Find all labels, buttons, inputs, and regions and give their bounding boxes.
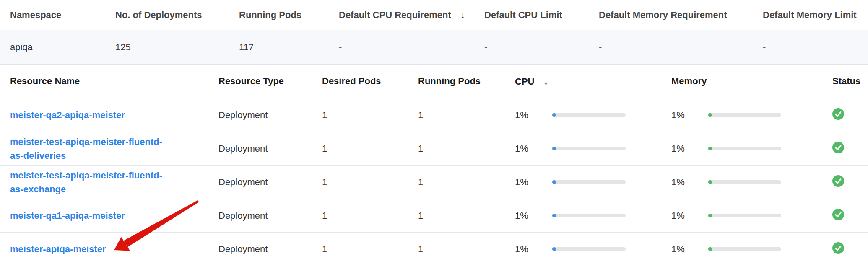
- cpu-usage-bar: [552, 180, 626, 184]
- status-healthy-icon: [832, 242, 844, 254]
- resource-table: Resource Name Resource Type Desired Pods…: [0, 65, 868, 266]
- desired-pods-cell: 1: [312, 132, 408, 166]
- memory-usage-bar: [708, 147, 781, 150]
- memory-usage-bar-fill: [708, 214, 712, 217]
- col-header-default-cpu-requirement[interactable]: Default CPU Requirement↓: [329, 0, 474, 30]
- cpu-percent-cell: 1%: [505, 98, 542, 132]
- memory-usage-bar-fill: [708, 247, 712, 251]
- running-pods-cell: 1: [408, 199, 505, 233]
- running-pods-cell: 1: [408, 132, 505, 166]
- memory-percent-cell: 1%: [661, 166, 698, 199]
- resource-name-link[interactable]: meister-qa1-apiqa-meister: [10, 209, 125, 222]
- status-cell: [822, 98, 868, 132]
- running-pods-cell: 1: [408, 166, 505, 199]
- running-pods-cell: 1: [408, 98, 505, 132]
- status-cell: [822, 166, 868, 199]
- cpu-percent-cell: 1%: [505, 233, 542, 266]
- default-cpu-limit-cell: -: [474, 30, 589, 65]
- memory-bar-cell: [698, 199, 822, 233]
- memory-percent-cell: 1%: [661, 199, 698, 233]
- cpu-bar-cell: [542, 98, 661, 132]
- cpu-usage-bar: [552, 214, 626, 217]
- cpu-bar-cell: [542, 132, 661, 166]
- namespace-header-row: Namespace No. of Deployments Running Pod…: [0, 0, 868, 30]
- deployments-count-cell: 125: [105, 30, 229, 65]
- col-header-label: Default CPU Requirement: [339, 10, 451, 20]
- memory-usage-bar: [708, 180, 781, 184]
- resource-name-link[interactable]: meister-test-apiqa-meister-fluentd- as-e…: [10, 168, 162, 196]
- desired-pods-cell: 1: [312, 98, 408, 132]
- resource-name-link[interactable]: meister-qa2-apiqa-meister: [10, 108, 125, 122]
- memory-bar-cell: [698, 132, 822, 166]
- default-memory-limit-cell: -: [753, 30, 868, 65]
- cpu-bar-cell: [542, 166, 661, 199]
- resource-row: meister-test-apiqa-meister-fluentd- as-e…: [0, 166, 868, 199]
- status-healthy-icon: [832, 175, 844, 187]
- desired-pods-cell: 1: [312, 233, 408, 266]
- col-header-default-cpu-limit[interactable]: Default CPU Limit: [474, 0, 589, 30]
- cpu-usage-bar-fill: [552, 113, 556, 117]
- resource-type-cell: Deployment: [208, 233, 312, 266]
- memory-percent-cell: 1%: [661, 233, 698, 266]
- status-healthy-icon: [832, 108, 844, 120]
- status-cell: [822, 233, 868, 266]
- resource-name-cell: meister-test-apiqa-meister-fluentd- as-d…: [0, 132, 208, 166]
- memory-usage-bar: [708, 113, 781, 117]
- col-header-resource-name[interactable]: Resource Name: [0, 65, 208, 98]
- status-cell: [822, 199, 868, 233]
- memory-percent-cell: 1%: [661, 98, 698, 132]
- resource-type-cell: Deployment: [208, 166, 312, 199]
- col-header-cpu[interactable]: CPU↓: [505, 65, 661, 98]
- memory-percent-cell: 1%: [661, 132, 698, 166]
- memory-usage-bar: [708, 247, 781, 251]
- resource-row: meister-qa2-apiqa-meister Deployment 1 1…: [0, 98, 868, 132]
- memory-bar-cell: [698, 166, 822, 199]
- col-header-running-pods[interactable]: Running Pods: [229, 0, 329, 30]
- resource-type-cell: Deployment: [208, 132, 312, 166]
- cpu-usage-bar-fill: [552, 247, 556, 251]
- resource-name-cell: meister-test-apiqa-meister-fluentd- as-e…: [0, 166, 208, 199]
- namespace-name-cell: apiqa: [0, 30, 105, 65]
- default-cpu-requirement-cell: -: [329, 30, 474, 65]
- resource-name-cell: meister-apiqa-meister: [0, 233, 208, 266]
- namespace-table: Namespace No. of Deployments Running Pod…: [0, 0, 868, 65]
- resource-table-body: meister-qa2-apiqa-meister Deployment 1 1…: [0, 98, 868, 266]
- resource-name-link[interactable]: meister-apiqa-meister: [10, 242, 106, 256]
- resource-row: meister-test-apiqa-meister-fluentd- as-d…: [0, 132, 868, 166]
- col-header-memory[interactable]: Memory: [661, 65, 822, 98]
- workloads-dashboard: Namespace No. of Deployments Running Pod…: [0, 0, 868, 269]
- cpu-usage-bar: [552, 147, 626, 150]
- col-header-running-pods[interactable]: Running Pods: [408, 65, 505, 98]
- memory-bar-cell: [698, 233, 822, 266]
- cpu-usage-bar: [552, 113, 626, 117]
- cpu-bar-cell: [542, 233, 661, 266]
- resource-type-cell: Deployment: [208, 199, 312, 233]
- default-memory-requirement-cell: -: [589, 30, 753, 65]
- resource-row: meister-apiqa-meister Deployment 1 1 1% …: [0, 233, 868, 266]
- memory-usage-bar-fill: [708, 113, 712, 117]
- resource-row: meister-qa1-apiqa-meister Deployment 1 1…: [0, 199, 868, 233]
- running-pods-count-cell: 117: [229, 30, 329, 65]
- desired-pods-cell: 1: [312, 166, 408, 199]
- sort-descending-icon[interactable]: ↓: [543, 76, 548, 87]
- col-header-namespace[interactable]: Namespace: [0, 0, 105, 30]
- col-header-default-memory-requirement[interactable]: Default Memory Requirement: [589, 0, 753, 30]
- desired-pods-cell: 1: [312, 199, 408, 233]
- memory-usage-bar-fill: [708, 180, 712, 184]
- resource-header-row: Resource Name Resource Type Desired Pods…: [0, 65, 868, 98]
- cpu-percent-cell: 1%: [505, 132, 542, 166]
- cpu-percent-cell: 1%: [505, 166, 542, 199]
- col-header-no-of-deployments[interactable]: No. of Deployments: [105, 0, 229, 30]
- col-header-resource-type[interactable]: Resource Type: [208, 65, 312, 98]
- resource-name-cell: meister-qa1-apiqa-meister: [0, 199, 208, 233]
- cpu-usage-bar: [552, 247, 626, 251]
- status-cell: [822, 132, 868, 166]
- col-header-status[interactable]: Status: [822, 65, 868, 98]
- col-header-default-memory-limit[interactable]: Default Memory Limit: [753, 0, 868, 30]
- memory-usage-bar-fill: [708, 147, 712, 150]
- cpu-bar-cell: [542, 199, 661, 233]
- col-header-desired-pods[interactable]: Desired Pods: [312, 65, 408, 98]
- status-healthy-icon: [832, 142, 844, 153]
- sort-descending-icon[interactable]: ↓: [460, 9, 465, 21]
- resource-name-link[interactable]: meister-test-apiqa-meister-fluentd- as-d…: [10, 135, 162, 163]
